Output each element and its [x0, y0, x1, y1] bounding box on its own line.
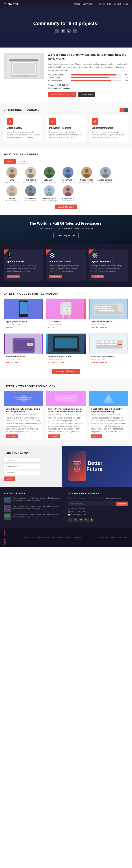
product-img-4: [46, 334, 86, 354]
svg-rect-70: [55, 338, 77, 348]
news-meta-2: July 20, 2018 Eltha — Leave a Comment: [90, 414, 126, 415]
svg-rect-81: [110, 341, 112, 343]
enterprise-icon-2: ⚡: [92, 118, 98, 125]
contact-studio-button[interactable]: Contact Studio: [78, 92, 96, 97]
community-technet-button[interactable]: Community Technet: [54, 233, 78, 238]
footer-update-text-1: This is an example of a WordPress post, …: [12, 505, 64, 510]
product-card-5: Wireless Keyboard Nano July 20, 2018 Elt…: [88, 333, 128, 366]
service-btn-2[interactable]: Join With Us: [91, 275, 105, 278]
footer-subscribe-text: Subscribe to receive updates on the late…: [68, 497, 128, 500]
enterprise-next-button[interactable]: ›: [124, 108, 128, 112]
footer-link-terms[interactable]: Terms of Use: [111, 536, 121, 538]
phone-icon: 📞: [68, 508, 70, 510]
view-all-products-button[interactable]: View More all Products: [52, 369, 80, 374]
enterprise-card-0: ⚡ Digital Factory During this phase, we …: [4, 115, 44, 142]
navbar-logo[interactable]: ⚡ TECHNET: [4, 2, 20, 5]
phone-tagline: Community for Developer: [70, 463, 84, 465]
member-name-6: Shrivo: [9, 197, 15, 199]
footer-subscribe-button[interactable]: Subscribe: [116, 501, 128, 506]
footer-link-contact[interactable]: Contact: [123, 536, 128, 538]
email-value: technet@gmail.com: [54, 87, 71, 89]
about-description: Donec pretium orci nec lorem. Nunc ut lo…: [48, 63, 128, 72]
product-info-2: Logitech MK anywhere 2 July 20, 2018 Elt…: [89, 319, 128, 331]
news-text-0: This is an example of a WordPress post, …: [6, 416, 42, 433]
read-more-btn-1[interactable]: Read More: [48, 434, 60, 438]
join-password-input[interactable]: [4, 470, 40, 475]
read-more-btn-2[interactable]: Read More: [90, 434, 103, 438]
member-time-0: active 2 months ago: [5, 181, 20, 183]
product-info-1: JAL Charge 5 July 20, 2018 Eltha $32.00: [46, 319, 86, 331]
member-avatar-5: [100, 167, 111, 178]
nav-login[interactable]: Login: [123, 3, 128, 5]
member-card-3: Jason Chafflss active 3 months ago: [60, 167, 76, 183]
about-section: We're a scrappy bunch whose goal is to c…: [0, 48, 132, 102]
email-label: Email:: [48, 87, 53, 89]
svg-point-34: [66, 188, 70, 191]
footer-email-input[interactable]: [68, 501, 116, 506]
nav-blog[interactable]: Blog: [107, 3, 111, 5]
enterprise-prev-button[interactable]: ‹: [120, 108, 124, 112]
footer-top: # LATEST UPDATES This is an example of a…: [0, 487, 132, 527]
svg-text:Software: Software: [62, 397, 70, 400]
svg-point-22: [104, 169, 107, 173]
news-title: LATEST NEWS ABOUT TECHNOLOGY: [4, 385, 56, 388]
service-btn-0[interactable]: Join With Us: [7, 275, 20, 278]
svg-rect-88: [117, 344, 122, 345]
footer-social-twitter[interactable]: t: [73, 518, 78, 522]
footer-social-linkedin[interactable]: in: [79, 518, 83, 522]
join-username-input[interactable]: [4, 458, 40, 463]
social-linkedin[interactable]: in: [61, 29, 65, 33]
footer-latest-col: # LATEST UPDATES This is an example of a…: [4, 492, 64, 522]
service-btn-1[interactable]: Join With Us: [49, 275, 62, 278]
footer-social-google[interactable]: G+: [84, 518, 89, 522]
social-twitter[interactable]: t: [73, 29, 77, 33]
nav-tech-apps[interactable]: Tech Apps: [95, 3, 105, 5]
member-card-1: Kile Coplex active 2 months ago: [22, 167, 39, 183]
tab-active[interactable]: Active: [17, 159, 28, 163]
footer-social-youtube[interactable]: ▶: [90, 518, 94, 522]
news-body-1: How is Crowdsourcing More Secure Than Tr…: [46, 406, 86, 440]
join-submit-button[interactable]: Join!: [4, 476, 15, 481]
activity-members-button[interactable]: Activity Members: [55, 205, 77, 209]
skill-web: Web Development 90%: [48, 74, 128, 76]
skill-app-pct: 80%: [123, 80, 128, 82]
product-img-2: [89, 299, 128, 319]
read-more-btn-0[interactable]: Read More: [6, 434, 18, 438]
join-section: JOIN US TODAY Join! TECHNET Community fo…: [0, 445, 132, 487]
footer-latest-title: # LATEST UPDATES: [4, 492, 64, 495]
member-time-4: active 2 months ago: [79, 181, 94, 183]
svg-rect-55: [95, 308, 97, 309]
nav-pages[interactable]: Pages: [74, 3, 80, 5]
enterprise-card-title-0: Digital Factory: [7, 127, 40, 129]
member-name-5: Arrium Jannsen: [99, 179, 112, 181]
svg-rect-51: [101, 306, 103, 307]
footer-subscribe-title: #C SUBSCRIBE + CONTACTS: [68, 492, 128, 495]
hero-social: f in G+ t: [55, 29, 77, 33]
svg-point-13: [48, 169, 51, 173]
nav-community[interactable]: Community: [83, 3, 93, 5]
join-community-button[interactable]: Join Our Technet Community: [48, 92, 76, 97]
svg-point-31: [48, 188, 51, 191]
product-card-0: Apple Iphone Series 2 July 20, 2018 Elth…: [4, 299, 44, 331]
enterprise-card-2: ⚡ Export Communities During this phase, …: [88, 115, 128, 142]
member-time-1: active 2 months ago: [23, 181, 38, 183]
svg-point-7: [10, 169, 14, 173]
social-facebook[interactable]: f: [55, 29, 59, 33]
svg-point-10: [29, 169, 32, 173]
svg-point-19: [85, 169, 88, 173]
svg-rect-78: [102, 341, 104, 343]
about-heading: We're a scrappy bunch whose goal is to c…: [48, 53, 128, 61]
tab-newest[interactable]: Newest: [4, 159, 16, 163]
footer-link-privacy[interactable]: Privacy Policy: [99, 536, 109, 538]
footer-update-img-2: [4, 514, 11, 520]
contact-email: Email: technet@gmail.com: [48, 87, 128, 90]
nav-contact[interactable]: Contact: [114, 3, 121, 5]
news-header: LATEST NEWS ABOUT TECHNOLOGY: [4, 385, 128, 388]
member-name-3: Jason Chafflss: [61, 179, 74, 181]
hero-arrow: ↓: [65, 41, 67, 45]
social-google[interactable]: G+: [67, 29, 71, 33]
footer-social-facebook[interactable]: f: [68, 518, 72, 522]
join-right: TECHNET Community for Developer Better F…: [62, 445, 132, 487]
join-email-input[interactable]: [4, 464, 40, 469]
member-avatar-6: [6, 185, 18, 196]
